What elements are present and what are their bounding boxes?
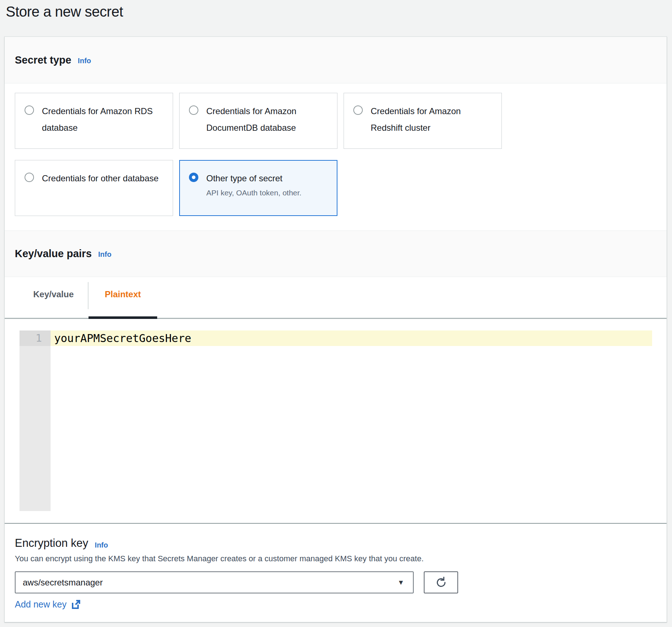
option-rds-database[interactable]: Credentials for Amazon RDS database [15, 93, 173, 149]
radio-selected-icon[interactable] [189, 173, 198, 182]
radio-icon[interactable] [189, 105, 198, 115]
option-label: Credentials for Amazon DocumentDB databa… [206, 103, 328, 136]
options-row-1: Credentials for Amazon RDS database Cred… [15, 93, 656, 149]
store-secret-card: Secret type Info Credentials for Amazon … [4, 36, 667, 622]
plaintext-editor[interactable]: 1 yourAPMSecretGoesHere [5, 319, 667, 523]
refresh-button[interactable] [424, 571, 458, 593]
secret-type-options: Credentials for Amazon RDS database Cred… [5, 83, 667, 230]
encryption-key-heading: Encryption key [15, 537, 88, 550]
key-value-pairs-heading: Key/value pairs [15, 248, 92, 260]
options-row-2: Credentials for other database Other typ… [15, 160, 656, 216]
caret-down-icon: ▼ [397, 579, 404, 587]
refresh-icon [435, 576, 447, 589]
radio-icon[interactable] [25, 105, 34, 115]
option-documentdb-database[interactable]: Credentials for Amazon DocumentDB databa… [179, 93, 337, 149]
option-label: Credentials for other database [42, 170, 159, 187]
option-label: Credentials for Amazon Redshift cluster [371, 103, 493, 136]
option-redshift-cluster[interactable]: Credentials for Amazon Redshift cluster [344, 93, 502, 149]
option-description: API key, OAuth token, other. [206, 187, 301, 198]
key-value-tabs: Key/value Plaintext [5, 277, 667, 319]
secret-type-header: Secret type Info [5, 37, 667, 83]
encryption-key-info-link[interactable]: Info [95, 541, 108, 549]
key-value-pairs-header: Key/value pairs Info [5, 230, 667, 277]
option-label: Credentials for Amazon RDS database [42, 103, 164, 136]
kms-key-selected-value: aws/secretsmanager [23, 578, 103, 588]
secret-type-heading: Secret type [15, 54, 71, 66]
tab-key-value[interactable]: Key/value [19, 277, 88, 318]
key-value-pairs-info-link[interactable]: Info [98, 250, 112, 259]
add-new-key-link[interactable]: Add new key [15, 599, 81, 610]
kms-key-select[interactable]: aws/secretsmanager ▼ [15, 571, 414, 593]
option-label: Other type of secret [206, 173, 283, 183]
editor-line: 1 yourAPMSecretGoesHere [20, 330, 652, 346]
editor-gutter [20, 330, 51, 511]
add-new-key-label: Add new key [15, 599, 66, 610]
line-number: 1 [20, 330, 51, 346]
option-other-database[interactable]: Credentials for other database [15, 160, 173, 216]
radio-icon[interactable] [353, 105, 363, 115]
radio-icon[interactable] [25, 173, 34, 182]
secret-type-info-link[interactable]: Info [78, 57, 91, 65]
tab-plaintext[interactable]: Plaintext [89, 277, 157, 318]
external-link-icon [71, 600, 81, 609]
encryption-key-section: Encryption key Info You can encrypt usin… [5, 523, 667, 622]
encryption-key-description: You can encrypt using the KMS key that S… [15, 554, 656, 563]
editor-content[interactable]: yourAPMSecretGoesHere [51, 330, 652, 346]
option-other-type-of-secret[interactable]: Other type of secret API key, OAuth toke… [179, 160, 337, 216]
page-title: Store a new secret [0, 0, 672, 20]
